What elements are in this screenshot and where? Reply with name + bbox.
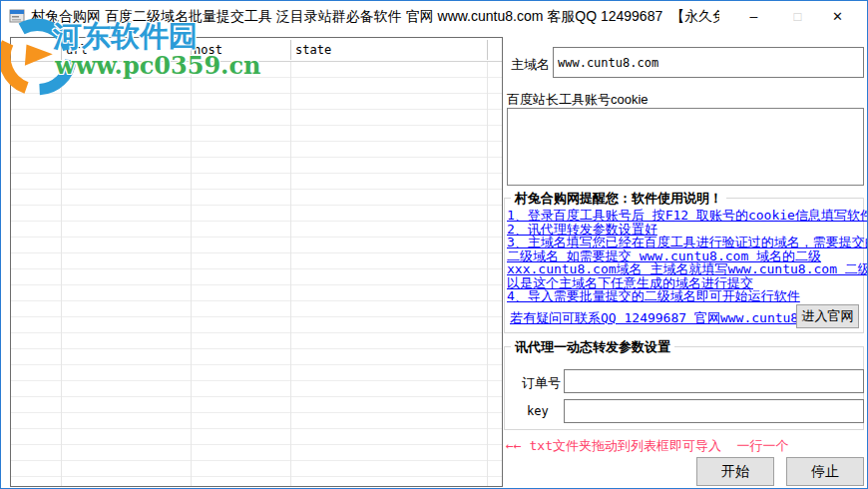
header-separator (290, 40, 291, 60)
close-button[interactable]: ✕ (815, 1, 860, 31)
header-separator (191, 40, 192, 60)
stop-button[interactable]: 停止 (786, 457, 864, 486)
app-icon (9, 8, 25, 24)
notice-line: 二级域名 如需要提交 www.cuntu8.com 域名的二级 (507, 249, 862, 263)
main-domain-input[interactable] (553, 47, 864, 78)
drag-drop-hint: ←← txt文件夹拖动到列表框即可导入 一行一个 (506, 437, 789, 455)
grid-column-line (487, 62, 488, 486)
column-header-url[interactable]: url (66, 43, 88, 57)
notice-line: 2、讯代理转发参数设置好 (507, 223, 862, 237)
header-separator (61, 40, 62, 60)
app-window: 村兔合购网 百度二级域名批量提交工具 泛目录站群必备软件 官网 www.cunt… (0, 0, 868, 489)
column-header-host[interactable]: host (194, 43, 222, 57)
column-header-state[interactable]: state (295, 43, 331, 57)
notice-line: 以是这个主域名下任意生成的域名进行提交 (507, 276, 862, 290)
domain-list-grid: url host state (10, 37, 503, 487)
titlebar[interactable]: 村兔合购网 百度二级域名批量提交工具 泛目录站群必备软件 官网 www.cunt… (1, 1, 867, 31)
notice-line: 4、导入需要批量提交的二级域名即可开始运行软件 (507, 289, 862, 303)
order-number-label: 订单号 (522, 374, 561, 392)
minimize-button[interactable]: – (731, 1, 776, 31)
grid-column-line (191, 62, 192, 486)
grid-column-line (61, 62, 62, 486)
notice-line: 1、登录百度工具账号后 按F12 取账号的cookie信息填写软件 (507, 209, 862, 223)
start-button[interactable]: 开始 (696, 457, 774, 486)
key-label: key (527, 404, 549, 418)
cookie-textarea[interactable] (507, 108, 864, 186)
maximize-button[interactable]: □ (775, 1, 820, 31)
cookie-label: 百度站长工具账号cookie (507, 91, 649, 109)
window-title: 村兔合购网 百度二级域名批量提交工具 泛目录站群必备软件 官网 www.cunt… (31, 8, 719, 26)
grid-column-line (290, 62, 291, 486)
notice-line: xxx.cuntu8.com域名 主域名就填写www.cuntu8.com 二级… (507, 262, 862, 276)
notice-line: 3、主域名填写您已经在百度工具进行验证过的域名，需要提交的 (507, 236, 862, 249)
proxy-title: 讯代理一动态转发参数设置 (511, 338, 674, 356)
notice-instructions: 1、登录百度工具账号后 按F12 取账号的cookie信息填写软件 2、讯代理转… (507, 209, 862, 303)
grid-header: url host state (11, 38, 502, 62)
enter-official-site-button[interactable]: 进入官网 (796, 304, 859, 328)
order-number-input[interactable] (564, 369, 864, 393)
main-domain-label: 主域名 (511, 56, 550, 74)
notice-title: 村兔合购网提醒您：软件使用说明！ (511, 190, 726, 208)
header-separator (487, 40, 488, 60)
key-input[interactable] (564, 399, 864, 423)
contact-info: 若有疑问可联系QQ 12499687 官网www.cuntu8.com (510, 309, 830, 327)
domain-list-drop-area[interactable] (11, 62, 502, 486)
